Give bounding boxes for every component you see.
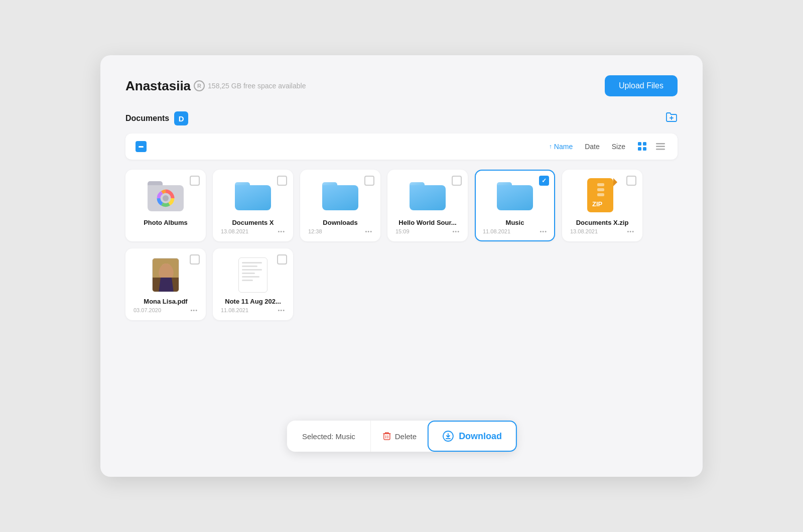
sort-options: ↑ Name Date Size [549, 143, 625, 151]
photo-folder-icon [148, 181, 184, 211]
file-item-photo-albums[interactable]: Photo Albums [125, 170, 206, 241]
svg-rect-21 [384, 434, 390, 440]
file-icon-note [221, 257, 285, 293]
file-icon-hello-world [395, 179, 460, 214]
file-name-photo-albums: Photo Albums [133, 219, 198, 226]
new-folder-icon[interactable] [665, 111, 678, 125]
file-name-music: Music [483, 219, 547, 226]
svg-point-10 [163, 195, 169, 201]
file-item-note[interactable]: Note 11 Aug 202... 11.08.2021 ••• [213, 248, 293, 320]
header: Anastasiia R 158,25 GB free space availa… [125, 75, 678, 96]
files-toolbar: ↑ Name Date Size [125, 134, 678, 160]
svg-rect-4 [638, 147, 641, 151]
app-title: Anastasiia R 158,25 GB free space availa… [125, 78, 306, 94]
download-label: Download [459, 431, 502, 442]
file-checkbox-note[interactable] [277, 254, 287, 264]
files-grid: Photo Albums Documents X 13.08.2021 ••• [125, 170, 678, 320]
upload-files-button[interactable]: Upload Files [605, 75, 678, 96]
sort-size-button[interactable]: Size [612, 143, 625, 151]
breadcrumb: Documents D [125, 111, 188, 125]
file-meta-music: 11.08.2021 ••• [483, 228, 547, 234]
file-item-downloads[interactable]: Downloads 12:38 ••• [300, 170, 380, 241]
svg-text:ZIP: ZIP [592, 200, 603, 208]
registered-icon: R [194, 80, 205, 91]
header-left: Anastasiia R 158,25 GB free space availa… [125, 78, 306, 94]
svg-rect-6 [656, 143, 665, 145]
breadcrumb-icon: D [174, 111, 188, 125]
file-meta-hello-world: 15:09 ••• [395, 228, 460, 234]
file-item-documents-zip[interactable]: ZIP Documents X.zip 13.08.2021 ••• [562, 170, 642, 241]
bottom-action-bar: Selected: Music Delete Download [287, 421, 516, 452]
svg-rect-15 [597, 193, 604, 196]
svg-marker-12 [613, 178, 617, 186]
file-icon-documents-zip: ZIP [570, 179, 634, 214]
download-icon [443, 431, 454, 442]
pdf-thumbnail [152, 258, 179, 292]
file-checkbox-hello-world[interactable] [452, 176, 462, 186]
file-icon-documents-x [221, 179, 285, 214]
file-name-documents-x: Documents X [221, 219, 285, 226]
select-all-button[interactable] [136, 141, 147, 152]
file-item-documents-x[interactable]: Documents X 13.08.2021 ••• [213, 170, 293, 241]
sort-date-button[interactable]: Date [585, 143, 600, 151]
trash-icon [383, 432, 391, 441]
selected-file-label: Selected: Music [287, 432, 370, 441]
user-name: Anastasiia [125, 78, 191, 94]
note-icon [238, 257, 267, 293]
breadcrumb-label: Documents [125, 114, 169, 123]
main-card: Anastasiia R 158,25 GB free space availa… [100, 55, 703, 477]
folder-icon-documents-x [235, 182, 271, 210]
file-checkbox-downloads[interactable] [364, 176, 374, 186]
zip-icon: ZIP [587, 178, 617, 214]
file-checkbox-documents-zip[interactable] [626, 176, 636, 186]
file-icon-photo-albums [133, 179, 198, 214]
delete-label: Delete [395, 432, 417, 441]
sort-name-button[interactable]: ↑ Name [549, 143, 573, 151]
file-meta-mona-lisa: 03.07.2020 ••• [133, 307, 198, 313]
file-name-downloads: Downloads [308, 219, 372, 226]
file-item-music[interactable]: Music 11.08.2021 ••• [475, 170, 555, 241]
file-name-documents-zip: Documents X.zip [570, 219, 634, 226]
folder-icon-hello-world [410, 182, 446, 210]
file-item-hello-world[interactable]: Hello World Sour... 15:09 ••• [387, 170, 468, 241]
file-checkbox-documents-x[interactable] [277, 176, 287, 186]
svg-rect-3 [643, 142, 646, 146]
file-checkbox-mona-lisa[interactable] [190, 254, 200, 264]
file-icon-music [483, 179, 547, 214]
folder-icon-music [497, 182, 533, 210]
view-toggle [635, 140, 667, 154]
file-name-note: Note 11 Aug 202... [221, 298, 285, 305]
svg-rect-8 [656, 149, 665, 150]
file-meta-documents-zip: 13.08.2021 ••• [570, 228, 634, 234]
file-checkbox-photo-albums[interactable] [190, 176, 200, 186]
svg-rect-7 [656, 146, 665, 148]
svg-rect-5 [643, 147, 646, 151]
list-view-icon[interactable] [653, 140, 667, 154]
svg-rect-13 [597, 183, 604, 186]
file-meta-downloads: 12:38 ••• [308, 228, 372, 234]
file-icon-downloads [308, 179, 372, 214]
file-icon-mona-lisa [133, 257, 198, 293]
svg-rect-14 [597, 188, 604, 191]
file-item-mona-lisa[interactable]: Mona Lisa.pdf 03.07.2020 ••• [125, 248, 206, 320]
file-meta-note: 11.08.2021 ••• [221, 307, 285, 313]
file-meta-documents-x: 13.08.2021 ••• [221, 228, 285, 234]
svg-rect-2 [638, 142, 641, 146]
breadcrumb-row: Documents D [125, 111, 678, 125]
delete-button[interactable]: Delete [370, 421, 429, 452]
file-name-hello-world: Hello World Sour... [395, 219, 460, 226]
folder-icon-downloads [322, 182, 358, 210]
download-button[interactable]: Download [428, 421, 517, 452]
file-name-mona-lisa: Mona Lisa.pdf [133, 298, 198, 305]
file-checkbox-music[interactable] [539, 176, 549, 186]
grid-view-icon[interactable] [635, 140, 649, 154]
free-space-label: 158,25 GB free space available [208, 82, 306, 90]
